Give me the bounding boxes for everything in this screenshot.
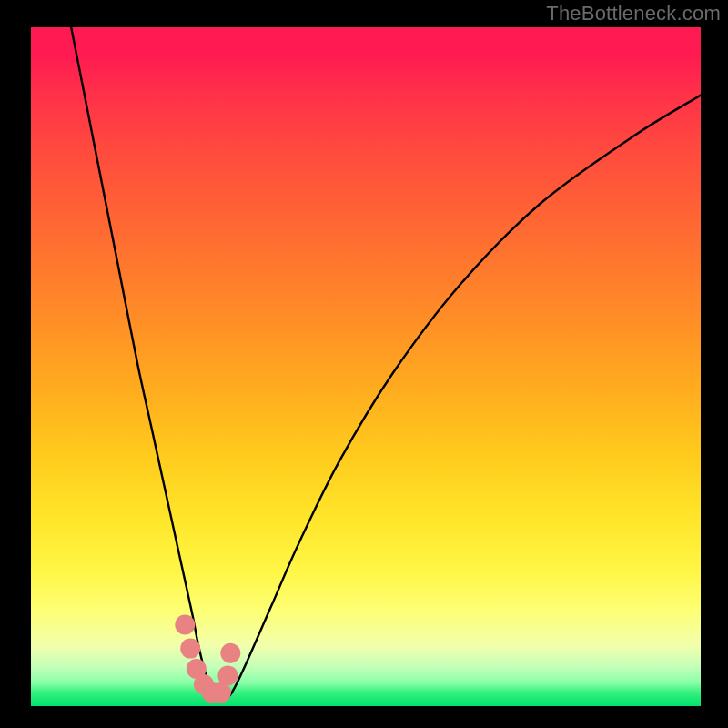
optimal-region-marker xyxy=(175,615,240,703)
bottleneck-curve xyxy=(71,27,701,700)
optimal-marker-dot xyxy=(175,615,195,635)
watermark-text: TheBottleneck.com xyxy=(546,2,721,25)
optimal-marker-dot xyxy=(211,682,231,703)
optimal-marker-dot xyxy=(180,639,200,659)
curve-layer xyxy=(31,27,701,706)
optimal-marker-dot xyxy=(217,665,238,685)
optimal-marker-dot xyxy=(220,643,240,663)
plot-area xyxy=(31,27,701,706)
outer-frame: TheBottleneck.com xyxy=(0,0,728,728)
